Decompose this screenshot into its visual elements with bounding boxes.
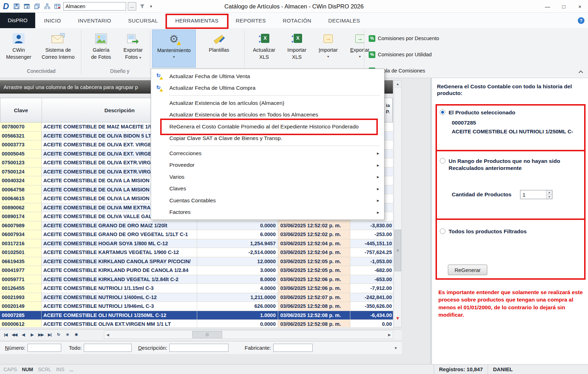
table-row[interactable]: 00000612 ACEITE COMESTIBLE OLIVA EXT.VIR…	[0, 320, 393, 327]
ribbon-button-importar-xls[interactable]: X▲▼ Importar XLS	[282, 30, 312, 67]
cell-fecha[interactable]: 03/06/2025 12:52:08 p. m.	[278, 311, 350, 320]
radio-option-todos-filtrados[interactable]: Todos los productos Filtrados	[440, 228, 577, 235]
cell-importe[interactable]: 0.00	[350, 320, 393, 327]
navigator-button[interactable]: ◀◀	[10, 331, 19, 339]
cell-fecha[interactable]: 03/06/2025 12:52:05 p. m.	[278, 257, 350, 266]
navigator-button[interactable]: |◀	[1, 331, 10, 339]
cell-clave[interactable]: 06007934	[0, 230, 42, 239]
navigator-button[interactable]: ▶▶	[37, 331, 45, 339]
cell-descripcion[interactable]: ACEITE COMESTIBLE OLIVA EXT.VIRGEN MM 1/…	[42, 320, 197, 327]
ribbon-tab[interactable]: REPORTES	[228, 13, 274, 28]
cell-descripcion[interactable]: ACEITE COMESTIBLE HOGAR SOYA 1/800 ML C-…	[42, 239, 197, 248]
help-icon[interactable]: ?	[578, 17, 584, 24]
file-tab-dispro[interactable]: DisPRO	[0, 13, 35, 28]
table-row[interactable]: 06619435 ACEITE COMESTIBLE KIRKLAND CANO…	[0, 257, 393, 266]
navigator-button[interactable]: ◀	[19, 331, 27, 339]
cell-fecha[interactable]: 03/06/2025 12:52:02 p. m.	[278, 221, 350, 230]
cell-clave[interactable]: 00059771	[0, 275, 42, 284]
cell-clave[interactable]: 00126455	[0, 284, 42, 293]
cell-importe[interactable]: -3,830.00	[350, 221, 393, 230]
cell-descripcion[interactable]: ACEITE COMESTIBLE KARTAMUS VEGETAL 1/900…	[42, 248, 197, 257]
cell-clave[interactable]: 00780070	[0, 122, 42, 131]
cell-clave[interactable]: 00064758	[0, 185, 42, 194]
ribbon-button-actualizar-xls[interactable]: X▲▼ Actualizar XLS	[248, 30, 280, 67]
cell-clave[interactable]: 00890174	[0, 212, 42, 221]
column-header-clave[interactable]: Clave	[0, 98, 42, 122]
spinner-value[interactable]: 1	[520, 190, 546, 199]
table-row[interactable]: 06007934 ACEITE COMESTIBLE GRANO DE ORO …	[0, 230, 393, 239]
horizontal-scrollbar[interactable]: ◀ ▶	[104, 330, 393, 339]
menu-item[interactable]: Claves ▸	[151, 183, 384, 195]
cell-fecha[interactable]: 03/06/2025 12:52:02 p. m.	[278, 230, 350, 239]
cell-fecha[interactable]: 03/06/2025 12:52:04 p. m.	[278, 239, 350, 248]
radio-icon[interactable]	[440, 109, 445, 115]
ribbon-tab[interactable]: SUCURSAL	[120, 13, 166, 28]
table-row[interactable]: 00020149 ACEITE COMESTIBLE NUTRIOLI 1/94…	[0, 302, 393, 311]
quick-search-input[interactable]	[63, 2, 126, 11]
cell-fecha[interactable]: 03/06/2025 12:52:07 p. m.	[278, 293, 350, 302]
menu-item[interactable]: ↻ Actualizar Fecha de Ultima Venta	[151, 70, 384, 82]
scroll-left-arrow-icon[interactable]: ◀	[104, 331, 111, 338]
cell-descripcion[interactable]: ACEITE COMESTIBLE GRANO DE ORO VEGETAL 1…	[42, 230, 197, 239]
menu-item[interactable]: Varios ▸	[151, 171, 384, 183]
cell-clave[interactable]: 00020149	[0, 302, 42, 311]
cell-importe[interactable]: -1,053.00	[350, 257, 393, 266]
ribbon-button-comisiones[interactable]: % Comisiones por Descuento	[369, 30, 439, 46]
ribbon-tab[interactable]: DECIMALES	[320, 13, 368, 28]
cell-descripcion[interactable]: ACEITE COMESTIBLE KIRKLAND CANOLA SPRAY …	[42, 257, 197, 266]
cell-importe[interactable]: -242,841.00	[350, 293, 393, 302]
menu-item[interactable]: Actualizar Existencia de los artículos e…	[151, 109, 384, 121]
navigator-button[interactable]: ✳	[63, 331, 71, 339]
cell-clave[interactable]: 00007285	[0, 311, 42, 320]
cell-existencia[interactable]: 8.0000	[197, 275, 278, 284]
cell-clave[interactable]: 00890062	[0, 203, 42, 212]
hierarchy-icon[interactable]	[43, 2, 51, 11]
ribbon-button-importar[interactable]: → Importar ▾	[314, 30, 342, 67]
cell-existencia[interactable]: 6.0000	[197, 230, 278, 239]
cell-descripcion[interactable]: ACEITE COMESTIBLE NUTRIOLI 1/946mL C-3	[42, 302, 197, 311]
table-icon[interactable]	[53, 2, 62, 11]
cell-importe[interactable]: -6,434.00	[350, 311, 393, 320]
close-button[interactable]: ×	[572, 0, 588, 13]
vertical-scrollbar-thumb[interactable]: ≡	[394, 230, 401, 271]
cell-descripcion[interactable]: ACEITE COMESTIBLE OLI NUTRIOLI 1/250ML C…	[42, 311, 197, 320]
cell-clave[interactable]: 06007989	[0, 221, 42, 230]
cell-fecha[interactable]: 03/06/2025 12:52:05 p. m.	[278, 266, 350, 275]
cell-descripcion[interactable]: ACEITE COMESTIBLE KIRKLAND VEGETAL 1/2.8…	[42, 275, 197, 284]
filter-input[interactable]	[84, 344, 132, 352]
cell-fecha[interactable]: 03/06/2025 12:52:04 p. m.	[278, 248, 350, 257]
toolbar-dropdown-caret-icon[interactable]: ▾	[148, 4, 154, 9]
navigator-button[interactable]: ▶	[28, 331, 36, 339]
cell-clave[interactable]: 07500123	[0, 158, 42, 167]
ribbon-tab[interactable]: HERRAMIENTAS	[167, 13, 227, 28]
ribbon-button-comisiones[interactable]: % Comisiones por Utilidad	[369, 46, 439, 63]
cell-importe[interactable]: -445,151.10	[350, 239, 393, 248]
cell-clave[interactable]: 00317216	[0, 239, 42, 248]
cell-fecha[interactable]: 03/06/2025 12:52:06 p. m.	[278, 275, 350, 284]
cell-existencia[interactable]: 0.0000	[197, 221, 278, 230]
cell-existencia[interactable]: 1,254.9457	[197, 239, 278, 248]
filter-input[interactable]	[273, 344, 313, 352]
cell-clave[interactable]: 00064615	[0, 194, 42, 203]
table-row[interactable]: 00102501 ACEITE COMESTIBLE KARTAMUS VEGE…	[0, 248, 393, 257]
ellipsis-button[interactable]: ...	[128, 2, 136, 11]
ribbon-button-plantillas[interactable]: Plantillas	[203, 30, 235, 67]
table-row[interactable]: 00041977 ACEITE COMESTIBLE KIRKLAND PURO…	[0, 266, 393, 275]
cell-importe[interactable]: -757,624.25	[350, 248, 393, 257]
copy-icon[interactable]	[33, 2, 41, 11]
menu-item[interactable]: Actualizar Existencia de los artículos (…	[151, 97, 384, 109]
ribbon-button-cwin-messenger[interactable]: CWin Messenger	[2, 30, 35, 67]
window-icon[interactable]	[23, 2, 31, 11]
cell-existencia[interactable]: 3.0000	[197, 266, 278, 275]
cell-clave[interactable]: 06619435	[0, 257, 42, 266]
cell-descripcion[interactable]: ACEITE COMESTIBLE NUTRIOLI 1/400mL C-12	[42, 293, 197, 302]
ribbon-button-correo-interno[interactable]: Sistema de Correo Interno	[36, 30, 80, 67]
table-row[interactable]: 00007285 ACEITE COMESTIBLE OLI NUTRIOLI …	[0, 311, 393, 320]
cell-clave[interactable]: 07500124	[0, 167, 42, 176]
menu-item[interactable]: Factores ▸	[151, 207, 384, 218]
menu-item[interactable]: Correcciones ▸	[151, 147, 384, 159]
navigator-button[interactable]: ↻	[54, 331, 63, 339]
navigator-button[interactable]: ✱	[72, 331, 80, 339]
maximize-button[interactable]: □	[556, 0, 572, 13]
cantidad-productos-spinner[interactable]: 1 ▲ ▼	[520, 190, 552, 199]
